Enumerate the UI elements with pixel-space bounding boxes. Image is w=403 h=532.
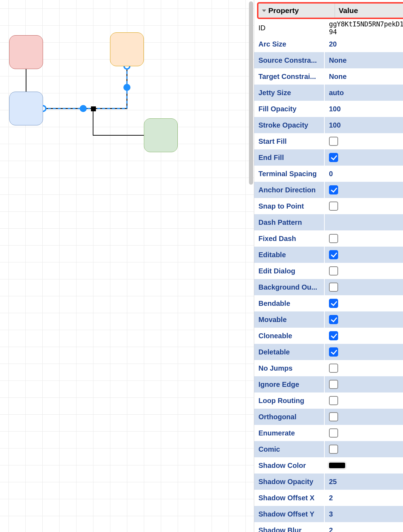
property-value[interactable] — [325, 263, 403, 279]
node-red[interactable] — [9, 35, 43, 69]
property-value[interactable]: 100 — [325, 117, 403, 133]
checkbox-unchecked[interactable] — [329, 445, 338, 454]
property-row[interactable]: IDggY8KtI5ND5RN7pekD12-94 — [254, 20, 403, 36]
property-row[interactable]: Start Fill — [254, 133, 403, 149]
node-blue[interactable] — [9, 92, 43, 125]
checkbox-unchecked[interactable] — [329, 283, 338, 292]
header-property[interactable]: Property — [258, 4, 335, 18]
checkbox-checked[interactable] — [329, 185, 338, 194]
checkbox-checked[interactable] — [329, 347, 338, 357]
color-swatch[interactable] — [329, 463, 345, 468]
canvas-scrollbar[interactable] — [248, 0, 254, 532]
property-row[interactable]: No Jumps — [254, 360, 403, 376]
property-value-text: 2 — [329, 494, 333, 502]
property-value[interactable] — [325, 279, 403, 295]
property-name: Shadow Offset X — [254, 490, 325, 506]
property-row[interactable]: Source Constra...None — [254, 52, 403, 68]
checkbox-checked[interactable] — [329, 299, 338, 308]
property-row[interactable]: Enumerate — [254, 425, 403, 441]
property-row[interactable]: Dash Pattern — [254, 214, 403, 230]
property-value[interactable] — [325, 247, 403, 263]
property-name: Snap to Point — [254, 198, 325, 214]
property-value[interactable] — [325, 311, 403, 328]
property-row[interactable]: Terminal Spacing0 — [254, 166, 403, 182]
checkbox-unchecked[interactable] — [329, 266, 338, 276]
property-value[interactable]: auto — [325, 85, 403, 101]
property-value[interactable] — [325, 457, 403, 474]
property-value[interactable]: 20 — [325, 36, 403, 52]
property-row[interactable]: Editable — [254, 247, 403, 263]
checkbox-checked[interactable] — [329, 153, 338, 162]
checkbox-unchecked[interactable] — [329, 412, 338, 421]
property-value[interactable] — [325, 392, 403, 409]
property-row[interactable]: Target Constrai...None — [254, 68, 403, 85]
property-row[interactable]: Background Ou... — [254, 279, 403, 295]
property-value[interactable]: None — [325, 68, 403, 85]
property-value[interactable] — [325, 441, 403, 457]
checkbox-unchecked[interactable] — [329, 364, 338, 373]
property-row[interactable]: Shadow Opacity25 — [254, 474, 403, 490]
property-row[interactable]: Orthogonal — [254, 409, 403, 425]
property-value[interactable] — [325, 198, 403, 214]
property-row[interactable]: Stroke Opacity100 — [254, 117, 403, 133]
property-name: Fill Opacity — [254, 101, 325, 117]
checkbox-checked[interactable] — [329, 250, 338, 259]
property-row[interactable]: Cloneable — [254, 328, 403, 344]
property-value[interactable]: 100 — [325, 101, 403, 117]
header-value[interactable]: Value — [335, 4, 403, 18]
checkbox-checked[interactable] — [329, 315, 338, 324]
checkbox-unchecked[interactable] — [329, 380, 338, 389]
property-row[interactable]: Ignore Edge — [254, 376, 403, 392]
property-value[interactable] — [325, 425, 403, 441]
property-row[interactable]: Snap to Point — [254, 198, 403, 214]
property-row[interactable]: Edit Dialog — [254, 263, 403, 279]
node-green[interactable] — [144, 118, 178, 152]
property-value[interactable] — [325, 409, 403, 425]
property-value[interactable]: 3 — [325, 506, 403, 522]
property-row[interactable]: Shadow Color — [254, 457, 403, 474]
property-row[interactable]: Bendable — [254, 295, 403, 311]
property-value[interactable]: None — [325, 52, 403, 68]
property-value[interactable] — [325, 182, 403, 198]
checkbox-unchecked[interactable] — [329, 202, 338, 211]
checkbox-unchecked[interactable] — [329, 396, 338, 405]
property-value[interactable]: 0 — [325, 166, 403, 182]
property-row[interactable]: Shadow Blur2 — [254, 522, 403, 532]
property-row[interactable]: Fixed Dash — [254, 230, 403, 247]
property-value[interactable] — [325, 376, 403, 392]
properties-rows: IDggY8KtI5ND5RN7pekD12-94Arc Size20Sourc… — [254, 20, 403, 532]
property-name: Shadow Blur — [254, 522, 325, 532]
diagram-canvas[interactable] — [0, 0, 254, 532]
property-row[interactable]: Movable — [254, 311, 403, 328]
property-row[interactable]: Loop Routing — [254, 392, 403, 409]
property-value[interactable] — [325, 360, 403, 376]
property-value[interactable]: 25 — [325, 474, 403, 490]
property-value[interactable]: 2 — [325, 522, 403, 532]
property-row[interactable]: Fill Opacity100 — [254, 101, 403, 117]
property-row[interactable]: Shadow Offset Y3 — [254, 506, 403, 522]
property-name: Dash Pattern — [254, 214, 325, 230]
property-value[interactable] — [325, 295, 403, 311]
checkbox-unchecked[interactable] — [329, 234, 338, 243]
property-value[interactable] — [325, 133, 403, 149]
scrollbar-thumb[interactable] — [249, 1, 253, 185]
checkbox-checked[interactable] — [329, 331, 338, 340]
checkbox-unchecked[interactable] — [329, 428, 338, 438]
property-value[interactable]: 2 — [325, 490, 403, 506]
property-value[interactable] — [325, 214, 403, 230]
properties-panel: Property Value IDggY8KtI5ND5RN7pekD12-94… — [254, 0, 403, 532]
property-value[interactable] — [325, 230, 403, 247]
property-value[interactable] — [325, 344, 403, 360]
property-row[interactable]: Arc Size20 — [254, 36, 403, 52]
property-value[interactable] — [325, 149, 403, 166]
property-value[interactable]: ggY8KtI5ND5RN7pekD12-94 — [325, 20, 403, 36]
property-row[interactable]: Comic — [254, 441, 403, 457]
property-row[interactable]: Shadow Offset X2 — [254, 490, 403, 506]
property-row[interactable]: Deletable — [254, 344, 403, 360]
property-row[interactable]: Jetty Sizeauto — [254, 85, 403, 101]
node-orange[interactable] — [110, 32, 144, 66]
property-row[interactable]: Anchor Direction — [254, 182, 403, 198]
property-row[interactable]: End Fill — [254, 149, 403, 166]
checkbox-unchecked[interactable] — [329, 137, 338, 146]
property-value[interactable] — [325, 328, 403, 344]
